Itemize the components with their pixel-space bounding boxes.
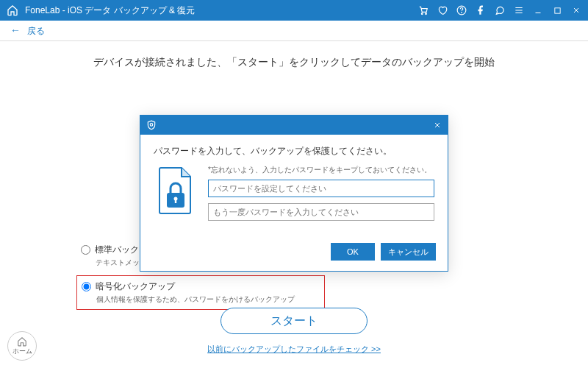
instruction-text: デバイスが接続されました、「スタート」をクリックしてデータのバックアップを開始 [0, 41, 588, 69]
titlebar: FoneLab - iOS データ バックアップ & 復元 [0, 0, 588, 21]
feedback-icon[interactable] [494, 4, 506, 16]
document-lock-icon [154, 165, 198, 216]
modal-titlebar [140, 116, 448, 135]
back-bar: ← 戻る [0, 21, 588, 41]
menu-icon[interactable] [513, 4, 525, 16]
shield-icon [146, 120, 157, 130]
modal-close-icon[interactable] [433, 121, 442, 130]
back-label: 戻る [27, 26, 45, 36]
close-icon[interactable] [570, 4, 582, 16]
titlebar-actions [417, 4, 582, 16]
password-confirm-input[interactable] [208, 203, 434, 221]
modal-fields: *忘れないよう、入力したパスワードをキープしておいてください。 [208, 165, 434, 227]
modal-footer: OK キャンセル [140, 237, 448, 271]
svg-rect-8 [175, 199, 176, 203]
svg-point-3 [462, 13, 462, 13]
svg-point-0 [421, 13, 423, 15]
main-area: デバイスが接続されました、「スタート」をクリックしてデータのバックアップを開始 … [0, 41, 588, 368]
modal-prompt: パスワードを入力して、バックアップを保護してください。 [154, 145, 434, 158]
cart-icon[interactable] [417, 4, 429, 16]
modal-body: パスワードを入力して、バックアップを保護してください。 *忘れないよう、入力した… [140, 135, 448, 237]
heart-icon[interactable] [437, 4, 448, 16]
radio-encrypted-desc: 個人情報を保護するため、パスワードをかけるバックアップ [96, 294, 295, 305]
password-modal: パスワードを入力して、バックアップを保護してください。 *忘れないよう、入力した… [140, 115, 448, 272]
password-input[interactable] [208, 180, 434, 197]
home-btn-label: ホーム [12, 347, 32, 356]
radio-encrypted-title: 暗号化バックアップ [96, 280, 175, 293]
minimize-icon[interactable] [532, 4, 544, 16]
home-btn-icon [16, 336, 28, 347]
help-icon[interactable] [456, 4, 467, 16]
home-button[interactable]: ホーム [7, 331, 37, 361]
svg-rect-4 [554, 7, 559, 13]
radio-encrypted[interactable]: 暗号化バックアップ 個人情報を保護するため、パスワードをかけるバックアップ [76, 275, 325, 310]
svg-point-5 [150, 124, 153, 127]
svg-point-1 [426, 13, 427, 15]
modal-note: *忘れないよう、入力したパスワードをキープしておいてください。 [208, 165, 434, 175]
radio-encrypted-input[interactable] [82, 282, 91, 291]
start-button[interactable]: スタート [220, 308, 368, 334]
facebook-icon[interactable] [475, 4, 487, 16]
back-button[interactable]: ← 戻る [10, 24, 45, 38]
radio-standard-input[interactable] [81, 245, 90, 255]
back-arrow-icon: ← [10, 24, 21, 36]
home-icon [6, 4, 19, 17]
modal-cancel-button[interactable]: キャンセル [381, 243, 436, 261]
app-title: FoneLab - iOS データ バックアップ & 復元 [25, 4, 417, 17]
modal-ok-button[interactable]: OK [331, 243, 375, 261]
maximize-icon[interactable] [551, 4, 563, 16]
previous-backup-link[interactable]: 以前にバックアップしたファイルをチェック >> [207, 344, 381, 355]
